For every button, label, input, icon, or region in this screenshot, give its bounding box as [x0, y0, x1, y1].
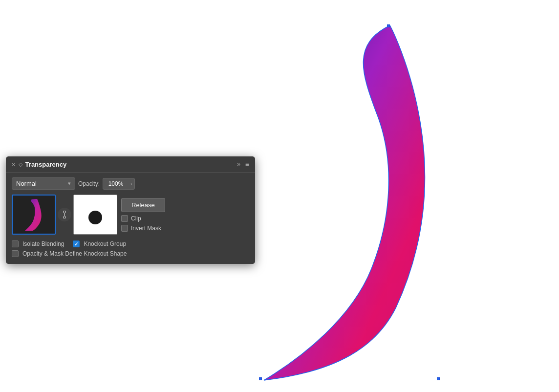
mask-thumbnail[interactable] — [73, 195, 117, 235]
panel-double-arrow[interactable]: » — [237, 161, 240, 168]
opacity-label: Opacity: — [78, 180, 100, 187]
row-blend-opacity: Normal ▾ Opacity: 100% › — [12, 177, 249, 190]
handle-bottom-left[interactable] — [259, 377, 262, 380]
row-masks: Release Clip Invert Mask — [12, 195, 249, 235]
panel-close-button[interactable]: × — [12, 161, 16, 168]
transparency-panel: × ◇ Transparency » ≡ Normal ▾ Opacity: 1… — [6, 156, 255, 264]
mask-controls: Release Clip Invert Mask — [121, 198, 165, 232]
invert-mask-checkbox[interactable] — [121, 225, 128, 232]
blend-mode-chevron: ▾ — [68, 180, 71, 187]
panel-title-left: × ◇ Transparency — [12, 161, 66, 168]
object-thumbnail[interactable] — [12, 195, 56, 235]
knockout-group-checkbox[interactable] — [73, 240, 80, 247]
svg-point-2 — [88, 211, 102, 224]
link-icon[interactable] — [58, 208, 71, 221]
isolate-blending-row: Isolate Blending Knockout Group — [12, 240, 249, 247]
blend-mode-dropdown[interactable]: Normal ▾ — [12, 177, 75, 190]
panel-menu-icon[interactable]: ≡ — [245, 160, 249, 168]
opacity-mask-checkbox[interactable] — [12, 250, 19, 257]
opacity-mask-row: Opacity & Mask Define Knockout Shape — [12, 250, 249, 257]
knockout-group-label: Knockout Group — [84, 240, 126, 247]
shape-svg — [254, 24, 440, 381]
handle-top[interactable] — [387, 24, 390, 27]
isolate-blending-label: Isolate Blending — [22, 240, 64, 247]
opacity-mask-label: Opacity & Mask Define Knockout Shape — [22, 250, 127, 257]
isolate-blending-checkbox[interactable] — [12, 240, 19, 247]
panel-collapse-icon: ◇ — [19, 161, 22, 168]
opacity-arrow[interactable]: › — [129, 179, 134, 189]
canvas: × ◇ Transparency » ≡ Normal ▾ Opacity: 1… — [0, 0, 559, 392]
opacity-value[interactable]: 100% — [103, 178, 129, 189]
link-svg — [61, 211, 68, 218]
panel-titlebar: × ◇ Transparency » ≡ — [6, 156, 255, 173]
panel-title: Transparency — [25, 161, 67, 168]
row-bottom-checks: Isolate Blending Knockout Group Opacity … — [12, 240, 249, 257]
invert-mask-checkbox-row: Invert Mask — [121, 225, 165, 232]
main-shape — [264, 25, 425, 380]
mask-thumb-svg — [78, 199, 112, 231]
clip-checkbox[interactable] — [121, 215, 128, 222]
panel-body: Normal ▾ Opacity: 100% › — [6, 173, 255, 264]
clip-checkbox-row: Clip — [121, 215, 165, 222]
handle-bottom-right[interactable] — [437, 377, 440, 380]
release-button[interactable]: Release — [121, 198, 165, 212]
blend-mode-value: Normal — [16, 180, 66, 187]
invert-mask-label: Invert Mask — [131, 225, 161, 232]
clip-label: Clip — [131, 215, 141, 222]
object-thumb-svg — [17, 199, 51, 231]
shape-container — [254, 24, 440, 381]
